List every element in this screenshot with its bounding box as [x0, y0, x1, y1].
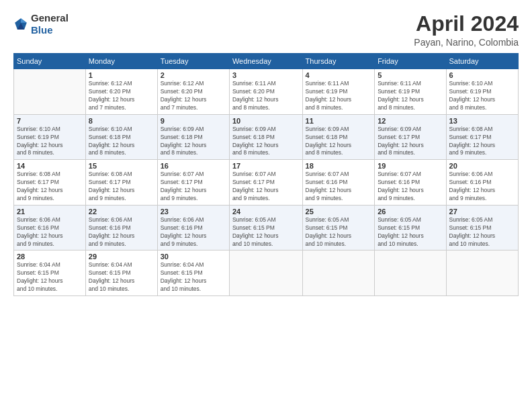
cell-info-text: Sunrise: 6:11 AM Sunset: 6:20 PM Dayligh…: [232, 80, 300, 112]
calendar-cell: 14Sunrise: 6:08 AM Sunset: 6:17 PM Dayli…: [14, 160, 86, 205]
cell-info-text: Sunrise: 6:04 AM Sunset: 6:15 PM Dayligh…: [89, 261, 154, 293]
cell-info-text: Sunrise: 6:08 AM Sunset: 6:17 PM Dayligh…: [89, 171, 154, 203]
cell-info-text: Sunrise: 6:12 AM Sunset: 6:20 PM Dayligh…: [161, 80, 226, 112]
cell-info-text: Sunrise: 6:05 AM Sunset: 6:15 PM Dayligh…: [378, 216, 443, 248]
calendar-week-row: 21Sunrise: 6:06 AM Sunset: 6:16 PM Dayli…: [14, 205, 519, 250]
calendar-cell: 27Sunrise: 6:05 AM Sunset: 6:15 PM Dayli…: [446, 205, 518, 250]
calendar-cell: [375, 250, 446, 296]
calendar-cell: 29Sunrise: 6:04 AM Sunset: 6:15 PM Dayli…: [85, 250, 157, 296]
calendar-header-saturday: Saturday: [446, 54, 518, 69]
cell-day-number: 1: [89, 71, 154, 79]
cell-info-text: Sunrise: 6:09 AM Sunset: 6:18 PM Dayligh…: [161, 126, 226, 158]
cell-info-text: Sunrise: 6:04 AM Sunset: 6:15 PM Dayligh…: [161, 261, 226, 293]
calendar-cell: 21Sunrise: 6:06 AM Sunset: 6:16 PM Dayli…: [14, 205, 86, 250]
calendar-cell: [229, 250, 302, 296]
cell-info-text: Sunrise: 6:08 AM Sunset: 6:17 PM Dayligh…: [17, 171, 83, 203]
calendar-cell: 13Sunrise: 6:08 AM Sunset: 6:17 PM Dayli…: [446, 114, 518, 160]
calendar-header-tuesday: Tuesday: [157, 54, 229, 69]
calendar-cell: 25Sunrise: 6:05 AM Sunset: 6:15 PM Dayli…: [302, 205, 375, 250]
cell-day-number: 21: [17, 208, 83, 216]
calendar-cell: 28Sunrise: 6:04 AM Sunset: 6:15 PM Dayli…: [14, 250, 86, 296]
calendar-cell: 19Sunrise: 6:07 AM Sunset: 6:16 PM Dayli…: [375, 160, 446, 205]
cell-day-number: 24: [232, 208, 300, 216]
cell-info-text: Sunrise: 6:08 AM Sunset: 6:17 PM Dayligh…: [449, 126, 515, 158]
logo-text: General Blue: [31, 12, 69, 36]
title-area: April 2024 Payan, Narino, Colombia: [414, 12, 519, 48]
calendar-cell: [302, 250, 375, 296]
calendar-header-monday: Monday: [85, 54, 157, 69]
logo-blue: Blue: [31, 24, 53, 36]
cell-info-text: Sunrise: 6:09 AM Sunset: 6:17 PM Dayligh…: [378, 126, 443, 158]
calendar-cell: 8Sunrise: 6:10 AM Sunset: 6:18 PM Daylig…: [85, 114, 157, 160]
cell-day-number: 18: [306, 162, 372, 170]
calendar-cell: 7Sunrise: 6:10 AM Sunset: 6:19 PM Daylig…: [14, 114, 86, 160]
calendar-week-row: 28Sunrise: 6:04 AM Sunset: 6:15 PM Dayli…: [14, 250, 519, 296]
cell-info-text: Sunrise: 6:07 AM Sunset: 6:16 PM Dayligh…: [306, 171, 372, 203]
cell-day-number: 10: [232, 117, 300, 125]
cell-info-text: Sunrise: 6:06 AM Sunset: 6:16 PM Dayligh…: [161, 216, 226, 248]
cell-day-number: 27: [449, 208, 515, 216]
calendar-header-friday: Friday: [375, 54, 446, 69]
cell-info-text: Sunrise: 6:07 AM Sunset: 6:17 PM Dayligh…: [161, 171, 226, 203]
cell-day-number: 7: [17, 117, 83, 125]
calendar-cell: 12Sunrise: 6:09 AM Sunset: 6:17 PM Dayli…: [375, 114, 446, 160]
calendar-cell: 30Sunrise: 6:04 AM Sunset: 6:15 PM Dayli…: [157, 250, 229, 296]
cell-info-text: Sunrise: 6:10 AM Sunset: 6:19 PM Dayligh…: [449, 80, 515, 112]
calendar-header-thursday: Thursday: [302, 54, 375, 69]
cell-day-number: 6: [449, 71, 515, 79]
cell-day-number: 29: [89, 253, 154, 261]
cell-day-number: 19: [378, 162, 443, 170]
calendar-header-wednesday: Wednesday: [229, 54, 302, 69]
calendar-header-row: SundayMondayTuesdayWednesdayThursdayFrid…: [14, 54, 519, 69]
header: General Blue April 2024 Payan, Narino, C…: [13, 12, 519, 48]
calendar-cell: [446, 250, 518, 296]
calendar-cell: 18Sunrise: 6:07 AM Sunset: 6:16 PM Dayli…: [302, 160, 375, 205]
calendar-week-row: 14Sunrise: 6:08 AM Sunset: 6:17 PM Dayli…: [14, 160, 519, 205]
calendar-cell: 2Sunrise: 6:12 AM Sunset: 6:20 PM Daylig…: [157, 69, 229, 115]
cell-day-number: 23: [161, 208, 226, 216]
calendar-cell: 22Sunrise: 6:06 AM Sunset: 6:16 PM Dayli…: [85, 205, 157, 250]
page: General Blue April 2024 Payan, Narino, C…: [0, 0, 532, 411]
cell-day-number: 16: [161, 162, 226, 170]
cell-day-number: 26: [378, 208, 443, 216]
calendar-cell: 20Sunrise: 6:06 AM Sunset: 6:16 PM Dayli…: [446, 160, 518, 205]
location-title: Payan, Narino, Colombia: [414, 37, 519, 48]
calendar-cell: 3Sunrise: 6:11 AM Sunset: 6:20 PM Daylig…: [229, 69, 302, 115]
cell-info-text: Sunrise: 6:11 AM Sunset: 6:19 PM Dayligh…: [306, 80, 372, 112]
cell-info-text: Sunrise: 6:10 AM Sunset: 6:19 PM Dayligh…: [17, 126, 83, 158]
cell-day-number: 17: [232, 162, 300, 170]
cell-day-number: 15: [89, 162, 154, 170]
calendar-cell: 24Sunrise: 6:05 AM Sunset: 6:15 PM Dayli…: [229, 205, 302, 250]
calendar-cell: 6Sunrise: 6:10 AM Sunset: 6:19 PM Daylig…: [446, 69, 518, 115]
cell-info-text: Sunrise: 6:06 AM Sunset: 6:16 PM Dayligh…: [89, 216, 154, 248]
calendar-cell: 10Sunrise: 6:09 AM Sunset: 6:18 PM Dayli…: [229, 114, 302, 160]
calendar-week-row: 7Sunrise: 6:10 AM Sunset: 6:19 PM Daylig…: [14, 114, 519, 160]
calendar-cell: 5Sunrise: 6:11 AM Sunset: 6:19 PM Daylig…: [375, 69, 446, 115]
calendar-cell: 11Sunrise: 6:09 AM Sunset: 6:18 PM Dayli…: [302, 114, 375, 160]
cell-info-text: Sunrise: 6:09 AM Sunset: 6:18 PM Dayligh…: [232, 126, 300, 158]
cell-day-number: 25: [306, 208, 372, 216]
cell-info-text: Sunrise: 6:07 AM Sunset: 6:16 PM Dayligh…: [378, 171, 443, 203]
cell-day-number: 28: [17, 253, 83, 261]
cell-day-number: 9: [161, 117, 226, 125]
month-title: April 2024: [414, 12, 519, 36]
cell-day-number: 4: [306, 71, 372, 79]
cell-day-number: 5: [378, 71, 443, 79]
cell-day-number: 30: [161, 253, 226, 261]
logo-icon: [13, 17, 28, 32]
calendar-cell: 1Sunrise: 6:12 AM Sunset: 6:20 PM Daylig…: [85, 69, 157, 115]
calendar-cell: 23Sunrise: 6:06 AM Sunset: 6:16 PM Dayli…: [157, 205, 229, 250]
cell-day-number: 12: [378, 117, 443, 125]
calendar-cell: 9Sunrise: 6:09 AM Sunset: 6:18 PM Daylig…: [157, 114, 229, 160]
logo-general: General: [31, 12, 69, 24]
cell-info-text: Sunrise: 6:05 AM Sunset: 6:15 PM Dayligh…: [306, 216, 372, 248]
cell-info-text: Sunrise: 6:04 AM Sunset: 6:15 PM Dayligh…: [17, 261, 83, 293]
cell-info-text: Sunrise: 6:07 AM Sunset: 6:17 PM Dayligh…: [232, 171, 300, 203]
logo: General Blue: [13, 12, 69, 36]
calendar-cell: 4Sunrise: 6:11 AM Sunset: 6:19 PM Daylig…: [302, 69, 375, 115]
calendar-week-row: 1Sunrise: 6:12 AM Sunset: 6:20 PM Daylig…: [14, 69, 519, 115]
calendar-cell: 16Sunrise: 6:07 AM Sunset: 6:17 PM Dayli…: [157, 160, 229, 205]
calendar-cell: 17Sunrise: 6:07 AM Sunset: 6:17 PM Dayli…: [229, 160, 302, 205]
cell-info-text: Sunrise: 6:06 AM Sunset: 6:16 PM Dayligh…: [449, 171, 515, 203]
svg-marker-1: [21, 18, 27, 23]
